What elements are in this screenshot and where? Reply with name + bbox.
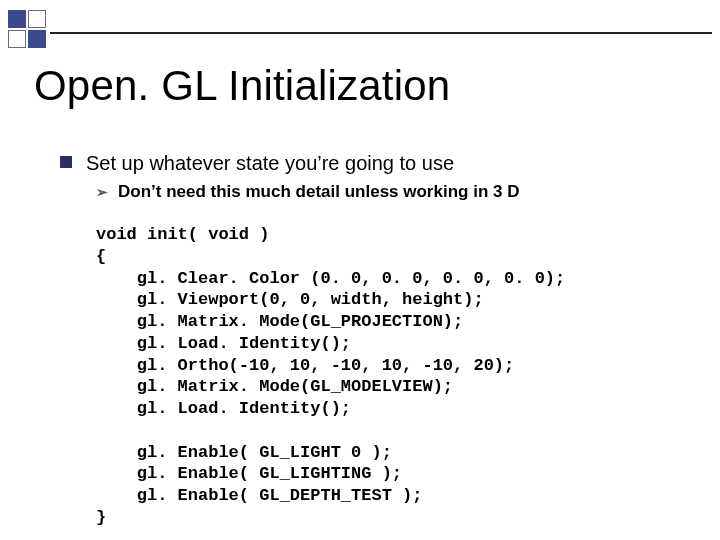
slide-body: Set up whatever state you’re going to us…	[60, 150, 690, 529]
corner-decoration	[8, 10, 46, 48]
deco-square-blue	[28, 30, 46, 48]
bullet-level2-text: Don’t need this much detail unless worki…	[118, 182, 519, 202]
deco-square-outline	[8, 30, 26, 48]
bullet-level1-text: Set up whatever state you’re going to us…	[86, 150, 454, 176]
bullet-level2: ➢ Don’t need this much detail unless wor…	[96, 182, 690, 202]
deco-square-blue	[8, 10, 26, 28]
horizontal-rule	[50, 32, 712, 34]
slide: Open. GL Initialization Set up whatever …	[0, 0, 720, 540]
code-block: void init( void ) { gl. Clear. Color (0.…	[96, 224, 690, 529]
square-bullet-icon	[60, 156, 72, 168]
bullet-level1: Set up whatever state you’re going to us…	[60, 150, 690, 176]
arrow-bullet-icon: ➢	[96, 184, 108, 200]
slide-title: Open. GL Initialization	[34, 62, 450, 110]
deco-square-outline	[28, 10, 46, 28]
